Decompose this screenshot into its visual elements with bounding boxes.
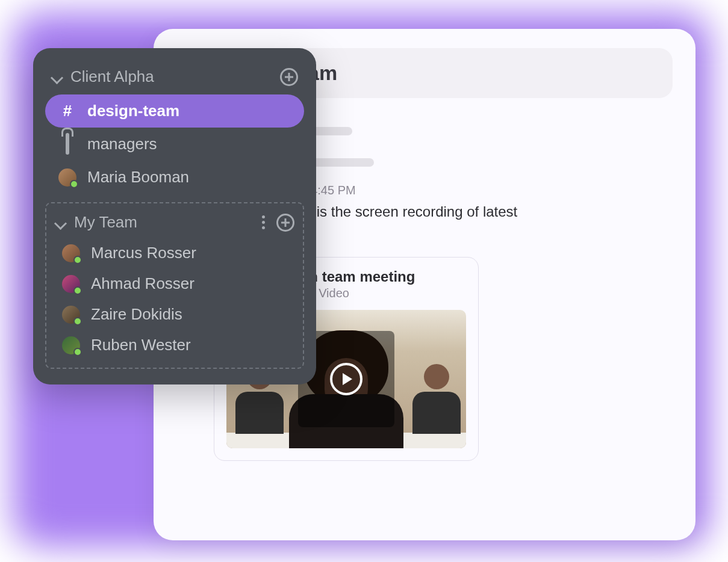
member-label: Ahmad Rosser xyxy=(91,274,194,293)
avatar xyxy=(62,275,80,293)
avatar xyxy=(62,336,80,354)
presence-indicator xyxy=(73,286,82,295)
sidebar-section-title: My Team xyxy=(74,213,250,232)
more-options-button[interactable] xyxy=(257,214,269,232)
sidebar-member-zaire[interactable]: Zaire Dokidis xyxy=(49,299,300,330)
play-icon xyxy=(330,363,362,395)
lock-icon xyxy=(58,135,76,153)
avatar xyxy=(58,168,76,187)
sidebar-member-ruben[interactable]: Ruben Wester xyxy=(49,330,300,360)
channel-label: managers xyxy=(87,135,157,153)
avatar xyxy=(62,306,80,324)
sidebar-member-marcus[interactable]: Marcus Rosser xyxy=(49,238,300,268)
member-label: Zaire Dokidis xyxy=(91,305,182,324)
presence-indicator xyxy=(73,317,82,326)
hash-icon: # xyxy=(58,102,76,120)
chevron-down-icon xyxy=(51,71,63,83)
sidebar-section-header-client[interactable]: Client Alpha xyxy=(45,63,304,94)
add-member-button[interactable] xyxy=(276,214,294,232)
presence-indicator xyxy=(73,348,82,356)
sidebar-member-ahmad[interactable]: Ahmad Rosser xyxy=(49,268,300,299)
add-channel-button[interactable] xyxy=(280,68,298,86)
presence-indicator xyxy=(73,256,82,264)
channel-label: design-team xyxy=(87,102,179,120)
sidebar-channel-managers[interactable]: managers xyxy=(45,128,304,161)
sidebar-section-header-team[interactable]: My Team xyxy=(49,209,300,238)
avatar xyxy=(62,244,80,262)
chevron-down-icon xyxy=(55,217,67,229)
dm-label: Maria Booman xyxy=(87,168,189,187)
sidebar-dm-maria[interactable]: Maria Booman xyxy=(45,161,304,194)
member-label: Marcus Rosser xyxy=(91,244,196,262)
sidebar-section-my-team: My Team Marcus Rosser Ahmad Rosser Zaire… xyxy=(45,202,304,369)
sidebar-channel-design-team[interactable]: # design-team xyxy=(45,94,304,128)
sidebar-section-title: Client Alpha xyxy=(70,67,273,86)
presence-indicator xyxy=(70,180,78,188)
sidebar: Client Alpha # design-team managers Mari… xyxy=(33,48,316,384)
member-label: Ruben Wester xyxy=(91,336,191,354)
